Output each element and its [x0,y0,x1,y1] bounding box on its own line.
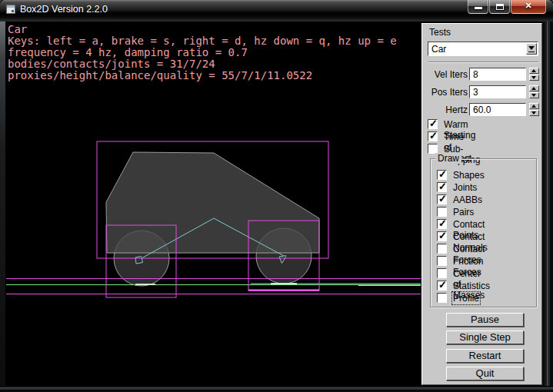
arrow-down-icon [531,76,536,79]
hertz-value: 60.0 [473,105,491,115]
test-select-value: Car [431,44,446,55]
app-icon [6,5,15,14]
check-icon: ✓ [438,218,447,229]
minimize-button[interactable] [468,0,488,14]
pos-iters-row: Pos Iters 3 [422,85,543,98]
aabbs-checkbox-box[interactable]: ✓ [437,194,447,204]
stats-line-test-name: Car [8,23,27,35]
stats-line-bodies: bodies/contacts/joints = 31/7/24 [8,58,215,70]
hertz-spinner [529,103,539,116]
vel-iters-label: Vel Iters [422,69,468,80]
stats-line-frequency: frequency = 4 hz, damping ratio = 0.7 [8,46,248,58]
stats-line-proxies: proxies/height/balance/quality = 55/7/1/… [8,69,312,81]
hertz-spin-up-button[interactable] [529,103,539,109]
profile-label: Profile [453,293,479,304]
quit-button[interactable]: Quit [446,367,524,380]
vel-iters-value: 8 [473,69,478,80]
window-border-right [542,22,553,386]
contact-normals-checkbox-box[interactable]: ✓ [437,231,447,241]
vel-iters-spin-up-button[interactable] [529,68,539,74]
test-select-dropdown-button[interactable] [526,43,537,55]
app-window: Box2D Version 2.2.0 ✕ [0,0,553,392]
app-icon-dot [12,10,14,12]
arrow-up-icon [531,87,536,90]
maximize-icon [496,4,504,10]
vel-iters-row: Vel Iters 8 [422,68,543,81]
gl-canvas[interactable]: Car Keys: left = a, brake = s, right = d… [6,22,421,386]
minimize-icon [475,7,482,9]
shapes-checkbox-box[interactable]: ✓ [437,170,447,180]
titlebar[interactable]: Box2D Version 2.2.0 ✕ [0,0,553,22]
warm-starting-checkbox-box[interactable]: ✓ [428,119,438,129]
stats-readout: Car Keys: left = a, brake = s, right = d… [8,24,397,81]
hertz-label: Hertz [422,105,468,115]
check-icon: ✓ [438,181,447,192]
vel-iters-spin-down-button[interactable] [529,75,539,81]
draw-group-box: Draw ✓ Shapes ✓ Joints ✓ AABBs Pairs ✓ C… [430,158,537,307]
check-icon: ✓ [429,118,438,129]
pos-iters-spin-down-button[interactable] [529,92,539,98]
pairs-checkbox-box[interactable] [437,207,447,217]
close-icon: ✕ [511,1,545,11]
pairs-label: Pairs [453,207,474,218]
test-select-listbox[interactable]: Car [428,42,538,56]
statistics-checkbox-box[interactable]: ✓ [437,281,447,291]
window-border-bottom [0,386,553,392]
check-icon: ✓ [438,279,447,291]
arrow-down-icon [531,94,536,97]
panel-separator [428,61,538,63]
profile-checkbox-box[interactable] [437,293,447,303]
arrow-up-icon [531,69,536,72]
window-border-left [0,22,6,386]
vel-iters-input[interactable]: 8 [469,68,526,81]
friction-forces-checkbox-box[interactable] [437,256,447,266]
pos-iters-spinner [529,85,539,98]
car-chassis-shape [106,152,319,253]
center-of-masses-checkbox-box[interactable] [437,268,447,278]
vel-iters-spinner [529,68,539,81]
chevron-underbar-icon [528,51,535,52]
statistics-label: Statistics [453,281,490,291]
pos-iters-spin-up-button[interactable] [529,85,539,91]
arrow-down-icon [531,111,536,115]
check-icon: ✓ [438,230,447,241]
check-icon: ✓ [429,130,438,141]
restart-button[interactable]: Restart [446,349,524,363]
draw-group-title: Draw [435,153,461,164]
contact-forces-checkbox-box[interactable] [437,244,447,254]
pause-button[interactable]: Pause [446,313,524,327]
chevron-down-icon [528,46,535,50]
joints-label: Joints [453,182,477,193]
pos-iters-label: Pos Iters [422,87,468,98]
pos-iters-input[interactable]: 3 [469,85,526,98]
tests-label: Tests [429,27,451,38]
window-title: Box2D Version 2.2.0 [20,4,108,15]
app-icon-titlebar-stripe [7,5,15,8]
hertz-spin-down-button[interactable] [529,110,539,116]
single-step-button[interactable]: Single Step [446,331,524,344]
time-of-impact-checkbox-box[interactable]: ✓ [428,131,438,141]
hertz-row: Hertz 60.0 [422,103,543,116]
aabbs-label: AABBs [453,194,482,205]
joints-checkbox-box[interactable]: ✓ [437,182,447,192]
maximize-button[interactable] [489,0,510,14]
hertz-input[interactable]: 60.0 [469,103,526,116]
control-panel: Tests Car Vel Iters 8 Pos Iters 3 [421,23,542,385]
arrow-up-icon [531,105,536,108]
pos-iters-value: 3 [473,87,478,98]
stats-line-keys: Keys: left = a, brake = s, right = d, hz… [8,35,397,47]
shapes-label: Shapes [453,170,485,181]
contact-points-checkbox-box[interactable]: ✓ [437,219,447,229]
close-button[interactable]: ✕ [511,0,546,14]
check-icon: ✓ [438,193,447,204]
check-icon: ✓ [438,168,447,180]
